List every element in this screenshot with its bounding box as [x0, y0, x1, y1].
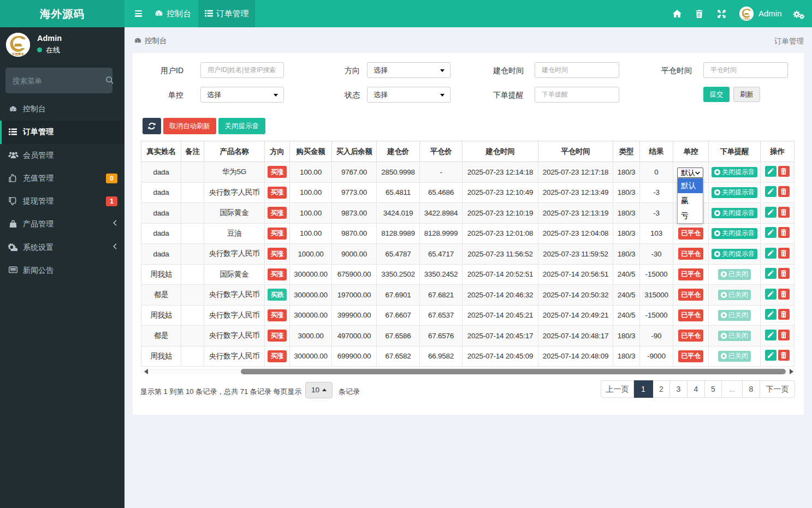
svg-text:中国黄金: 中国黄金	[12, 52, 25, 56]
svg-text:中国黄金: 中国黄金	[743, 17, 751, 20]
